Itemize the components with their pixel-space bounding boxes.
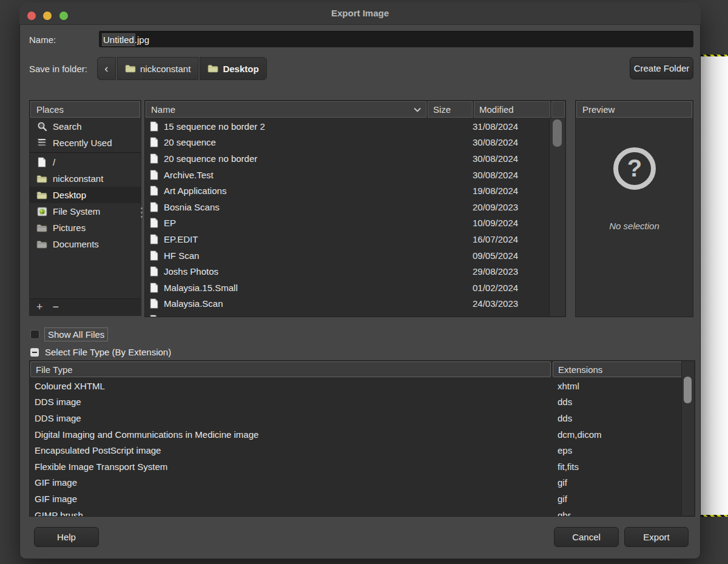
folder-icon bbox=[207, 64, 218, 73]
chevron-left-icon: ‹ bbox=[104, 62, 108, 75]
dialog-titlebar[interactable]: Export Image bbox=[19, 2, 701, 25]
file-list-row[interactable]: EP 10/09/2024 bbox=[145, 215, 550, 232]
places-divider bbox=[30, 152, 141, 153]
doc-icon bbox=[150, 153, 158, 164]
column-header-file-type[interactable]: File Type bbox=[30, 361, 551, 377]
file-rows: 15 sequence no border 2 31/08/2024 20 se… bbox=[145, 118, 550, 317]
file-list-row[interactable]: 20 sequence no border 30/08/2024 bbox=[145, 150, 550, 167]
sidebar-item-pictures[interactable]: Pictures bbox=[30, 220, 141, 236]
file-list-row[interactable]: Malaysia.15.Small 01/02/2024 bbox=[145, 280, 550, 296]
breadcrumb: ‹ nickconstant Desktop bbox=[97, 57, 267, 80]
file-list-row[interactable]: HF Scan 09/05/2024 bbox=[145, 247, 550, 264]
breadcrumb-item-nickconstant[interactable]: nickconstant bbox=[117, 57, 198, 80]
sidebar-item-documents[interactable]: Documents bbox=[30, 236, 141, 252]
expander-collapse-icon[interactable] bbox=[30, 348, 39, 357]
folder-icon bbox=[36, 175, 48, 183]
folder-icon bbox=[36, 191, 48, 200]
show-all-files-checkbox[interactable] bbox=[30, 330, 39, 339]
preview-pane: Preview ? No selection bbox=[575, 100, 693, 317]
recent-icon bbox=[36, 138, 48, 147]
gimp-canvas-background bbox=[698, 56, 728, 515]
file-type-row[interactable]: Encapsulated PostScript image eps bbox=[30, 442, 682, 458]
add-bookmark-button[interactable]: + bbox=[36, 301, 43, 312]
doc-icon bbox=[150, 250, 158, 261]
file-type-row[interactable]: Digital Imaging and Communications in Me… bbox=[30, 426, 682, 443]
places-header[interactable]: Places bbox=[30, 101, 140, 118]
breadcrumb-label: nickconstant bbox=[140, 64, 190, 74]
file-list-row[interactable]: Archive.Test 30/08/2024 bbox=[145, 167, 550, 183]
doc-icon bbox=[150, 218, 158, 228]
save-in-folder-label: Save in folder: bbox=[29, 64, 87, 74]
places-list: Search Recently Used / nickconstant Desk… bbox=[30, 118, 141, 252]
sidebar-item-desktop[interactable]: Desktop bbox=[30, 187, 141, 203]
breadcrumb-back-button[interactable]: ‹ bbox=[97, 57, 116, 80]
file-type-header: File Type Extensions bbox=[30, 361, 694, 377]
file-type-row[interactable]: DDS image dds bbox=[30, 410, 682, 426]
sort-chevron-icon bbox=[414, 107, 421, 112]
file-list-row[interactable]: 20 sequence 30/08/2024 bbox=[145, 135, 550, 151]
doc-icon bbox=[150, 266, 158, 277]
column-header-extensions[interactable]: Extensions bbox=[553, 361, 682, 377]
filesystem-icon bbox=[36, 207, 48, 217]
file-type-rows: Coloured XHTML xhtml DDS image dds DDS i… bbox=[30, 378, 695, 517]
search-icon bbox=[36, 121, 48, 132]
show-all-files-label[interactable]: Show All Files bbox=[45, 328, 107, 341]
file-list-row[interactable]: Malaysia.Scan 24/03/2023 bbox=[145, 296, 550, 312]
file-type-scrollbar[interactable] bbox=[681, 361, 694, 515]
file-type-row[interactable]: GIF image gif bbox=[30, 475, 682, 491]
question-mark-icon: ? bbox=[613, 147, 656, 190]
remove-bookmark-button[interactable]: − bbox=[53, 301, 59, 312]
doc-icon bbox=[150, 186, 158, 196]
file-type-row[interactable]: Coloured XHTML xhtml bbox=[30, 378, 682, 394]
column-header-filler bbox=[551, 101, 565, 118]
file-list-scrollbar-thumb[interactable] bbox=[553, 119, 562, 147]
places-toolbar: + − bbox=[30, 298, 140, 315]
create-folder-button[interactable]: Create Folder bbox=[630, 57, 693, 79]
file-list-row[interactable]: Malaysia.Pano 01/05/2024 bbox=[145, 312, 550, 317]
file-type-scrollbar-thumb[interactable] bbox=[684, 377, 692, 403]
doc-icon bbox=[150, 283, 158, 293]
file-type-row[interactable]: DDS image dds bbox=[30, 394, 682, 411]
sidebar-item-recently-used[interactable]: Recently Used bbox=[30, 135, 141, 151]
column-header-modified[interactable]: Modified bbox=[474, 101, 550, 118]
breadcrumb-label: Desktop bbox=[223, 64, 258, 74]
export-button[interactable]: Export bbox=[624, 527, 689, 547]
sidebar-item-root[interactable]: / bbox=[30, 154, 141, 170]
folder-icon bbox=[125, 64, 136, 73]
column-header-name[interactable]: Name bbox=[146, 101, 426, 118]
file-list-scrollbar[interactable] bbox=[549, 118, 565, 316]
file-type-row[interactable]: GIF image gif bbox=[30, 491, 682, 507]
column-header-size[interactable]: Size bbox=[428, 101, 473, 118]
layer-boundary-dashed-line bbox=[698, 515, 728, 517]
filename-extension-text: .jpg bbox=[135, 35, 149, 45]
breadcrumb-item-desktop[interactable]: Desktop bbox=[200, 57, 266, 80]
file-type-expander-label[interactable]: Select File Type (By Extension) bbox=[45, 347, 171, 357]
doc-icon bbox=[150, 315, 158, 317]
doc-icon bbox=[150, 202, 158, 212]
doc-icon bbox=[150, 234, 158, 244]
doc-icon bbox=[150, 298, 158, 309]
no-selection-text: No selection bbox=[576, 221, 693, 231]
pane-resize-handle[interactable] bbox=[139, 204, 144, 220]
cancel-button[interactable]: Cancel bbox=[554, 527, 619, 547]
name-label: Name: bbox=[29, 35, 56, 45]
sidebar-item-file-system[interactable]: File System bbox=[30, 203, 141, 220]
file-list-row[interactable]: Joshs Photos 29/08/2023 bbox=[145, 263, 550, 280]
sidebar-item-search[interactable]: Search bbox=[30, 118, 141, 135]
filename-input[interactable]: Untitled.jpg bbox=[99, 31, 693, 47]
file-list-pane: Name Size Modified 15 sequence no border… bbox=[144, 100, 566, 317]
file-list-row[interactable]: 15 sequence no border 2 31/08/2024 bbox=[145, 118, 550, 135]
file-type-pane: File Type Extensions Coloured XHTML xhtm… bbox=[29, 360, 695, 517]
screen: Export Image Name: Untitled.jpg Save in … bbox=[0, 0, 728, 564]
file-list-row[interactable]: Bosnia Scans 20/09/2023 bbox=[145, 199, 550, 215]
file-list-row[interactable]: Art Applications 19/08/2024 bbox=[145, 183, 550, 199]
file-list-row[interactable]: EP.EDIT 16/07/2024 bbox=[145, 231, 550, 247]
file-type-row[interactable]: Flexible Image Transport System fit,fits bbox=[30, 458, 682, 475]
preview-header: Preview bbox=[576, 101, 692, 118]
help-button[interactable]: Help bbox=[34, 527, 99, 547]
file-type-row[interactable]: GIMP brush gbr bbox=[30, 507, 682, 517]
folder-gray-icon bbox=[36, 240, 48, 249]
filename-selected-text: Untitled bbox=[103, 34, 135, 45]
file-icon bbox=[36, 157, 48, 167]
sidebar-item-nickconstant[interactable]: nickconstant bbox=[30, 170, 141, 187]
